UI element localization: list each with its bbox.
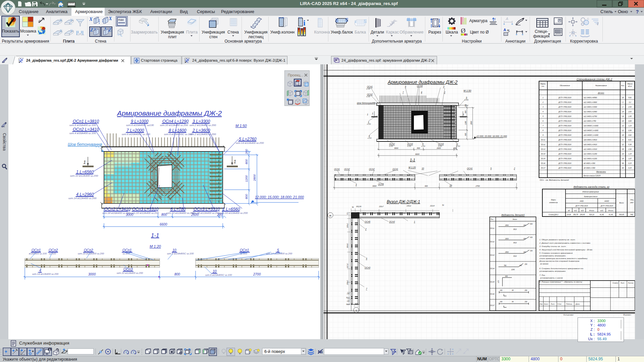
svg-text:41,46: 41,46: [600, 214, 604, 216]
svg-text:ОСп2: ОСп2: [490, 241, 494, 243]
svg-text:ø16 А400 L=3410: ø16 А400 L=3410: [584, 143, 597, 145]
svg-text:ø12: ø12: [574, 210, 577, 212]
svg-text:12: 12: [622, 125, 624, 127]
svg-text:68|106: 68|106: [356, 205, 361, 207]
svg-text:150: 150: [500, 290, 502, 291]
svg-text:М 1:50: М 1:50: [464, 89, 472, 92]
svg-text:устанавливать непрерывно.: устанавливать непрерывно.: [539, 270, 566, 272]
svg-text:60: 60: [622, 167, 624, 169]
svg-text:3310: 3310: [513, 255, 517, 257]
svg-text:шт.6 ø10А400С ш.100: шт.6 ø10А400С ш.100: [122, 133, 150, 136]
svg-text:шт.6 ø10А400С ш.100: шт.6 ø10А400С ш.100: [164, 133, 193, 136]
svg-text:ДСТУ 3760:2019: ДСТУ 3760:2019: [558, 120, 571, 122]
svg-text:Материалы: Материалы: [596, 171, 606, 173]
svg-text:5: 5: [366, 257, 367, 260]
svg-text:Всего: Всего: [619, 202, 624, 204]
svg-text:шт.10 ø12А400 ш.200: шт.10 ø12А400 ш.200: [166, 212, 195, 215]
svg-text:Колич: Колич: [544, 303, 548, 305]
svg-text:800: 800: [245, 159, 248, 164]
svg-text:2800: 2800: [505, 225, 509, 226]
svg-text:ДСТУ 3760:2019: ДСТУ 3760:2019: [558, 129, 571, 131]
svg-text:Листов: Листов: [628, 282, 634, 284]
svg-text:ø10 А400С L=1000: ø10 А400С L=1000: [584, 134, 598, 136]
svg-text:ДСТУ 3760:2019: ДСТУ 3760:2019: [558, 158, 571, 160]
svg-text:Эскиз: Эскиз: [513, 218, 517, 220]
svg-text:8 L=1600: 8 L=1600: [169, 128, 186, 133]
svg-text:шт.10 ø12А400 ш.200: шт.10 ø12А400 ш.200: [70, 174, 98, 177]
svg-text:24,06: 24,06: [567, 214, 571, 216]
svg-text:ОСп3: ОСп3: [438, 143, 444, 145]
svg-text:Копировал: Копировал: [564, 314, 574, 316]
svg-text:шт.10 ø12А400 ш.200: шт.10 ø12А400 ш.200: [131, 212, 159, 215]
svg-text:200: 200: [245, 149, 248, 155]
svg-text:ø12 А400 L=1290: ø12 А400 L=1290: [584, 153, 597, 155]
svg-text:устанавливать с шагом: устанавливать с шагом: [540, 277, 563, 279]
svg-text:5: 5: [277, 248, 279, 252]
svg-text:2. Данный лист рассматривать с: 2. Данный лист рассматривать совместно с…: [539, 242, 591, 244]
svg-text:2600: 2600: [436, 147, 441, 149]
svg-text:670: 670: [498, 280, 499, 283]
svg-text:ОСп1: ОСп1: [490, 227, 494, 229]
svg-text:Итого: Итого: [608, 210, 613, 212]
svg-text:150: 150: [525, 301, 527, 303]
svg-text:5: 5: [466, 97, 467, 99]
svg-text:М 1:20: М 1:20: [150, 244, 161, 248]
svg-text:1: 1: [233, 159, 236, 164]
svg-text:6: 6: [422, 143, 424, 145]
svg-text:I: I: [597, 21, 599, 26]
svg-text:ОСп - см. Ведомость деталей: ОСп - см. Ведомость деталей: [540, 179, 569, 181]
svg-text:Z: Z: [108, 27, 111, 33]
svg-text:2: 2: [365, 228, 367, 230]
svg-text:22: 22: [622, 143, 624, 145]
svg-text:2: 2: [514, 167, 515, 170]
svg-text:ОСп2 L=3410: ОСп2 L=3410: [104, 207, 130, 212]
svg-text:ОСп2: ОСп2: [369, 168, 375, 170]
svg-text:i: i: [303, 18, 306, 27]
svg-text:ОСп3: ОСп3: [365, 266, 370, 269]
svg-text:Шов бетонування: Шов бетонування: [68, 142, 102, 147]
svg-text:200х3: 200х3: [346, 280, 348, 285]
svg-text:ОСп4 L=1290: ОСп4 L=1290: [162, 119, 189, 124]
svg-text:4: 4: [369, 135, 370, 137]
svg-text:ø.200: ø.200: [389, 145, 393, 147]
svg-text:ø10: ø10: [581, 210, 584, 212]
svg-text:50х2: 50х2: [346, 303, 350, 305]
svg-text:шт.18 ø16А400 ш.200: шт.18 ø16А400 ш.200: [102, 212, 130, 215]
svg-text:2: 2: [542, 101, 544, 103]
svg-text:50х2: 50х2: [346, 297, 350, 299]
svg-text:ДСТУ 3760:2019: ДСТУ 3760:2019: [558, 97, 571, 99]
svg-text:38: 38: [622, 148, 624, 150]
svg-text:Общ: Общ: [630, 199, 634, 201]
svg-text:Шов бетонування: Шов бетонування: [357, 102, 376, 105]
svg-text:150: 150: [525, 290, 527, 291]
svg-text:Армирование диафрагмы ДЖ-2: Армирование диафрагмы ДЖ-2: [116, 109, 222, 117]
svg-text:167х3: 167х3: [346, 263, 348, 268]
svg-text:Итого: Итого: [589, 210, 594, 212]
svg-text:Формат: Формат: [623, 314, 631, 316]
svg-text:ДСТУ 3762:2019: ДСТУ 3762:2019: [575, 205, 588, 207]
svg-text:ø.200: ø.200: [465, 99, 469, 101]
svg-text:ОСп1: ОСп1: [122, 248, 131, 252]
svg-text:ОСп3: ОСп3: [407, 143, 413, 145]
svg-text:X: X: [108, 16, 112, 21]
svg-text:4. Защитный слой бетона для ни: 4. Защитный слой бетона для нижней армат…: [539, 249, 593, 251]
svg-text:2800: 2800: [470, 121, 472, 125]
svg-text:4 L=2960: 4 L=2960: [76, 192, 94, 197]
svg-text:3. Опалубку плиты см. лист.: 3. Опалубку плиты см. лист.: [539, 245, 566, 247]
svg-text:12: 12: [622, 129, 624, 131]
svg-text:6-й поверх: 6-й поверх: [264, 349, 285, 354]
svg-text:780: 780: [504, 265, 506, 266]
svg-text:1: 1: [368, 121, 369, 123]
svg-text:1 L=6560: 1 L=6560: [76, 170, 94, 174]
svg-text:56: 56: [352, 206, 354, 208]
svg-text:ОСп6: ОСп6: [541, 162, 545, 164]
svg-text:N док: N док: [557, 303, 561, 305]
svg-text:1: 1: [356, 309, 357, 312]
svg-text:расх: расх: [630, 202, 634, 203]
svg-text:ø12 А400 L=780: ø12 А400 L=780: [584, 120, 596, 122]
svg-text:0,99: 0,99: [628, 129, 632, 131]
svg-text:Арматура класса: Арматура класса: [584, 196, 597, 197]
svg-text:1: 1: [367, 113, 368, 116]
svg-text:ОСп1: ОСп1: [32, 248, 41, 252]
svg-text:8: 8: [421, 91, 422, 94]
